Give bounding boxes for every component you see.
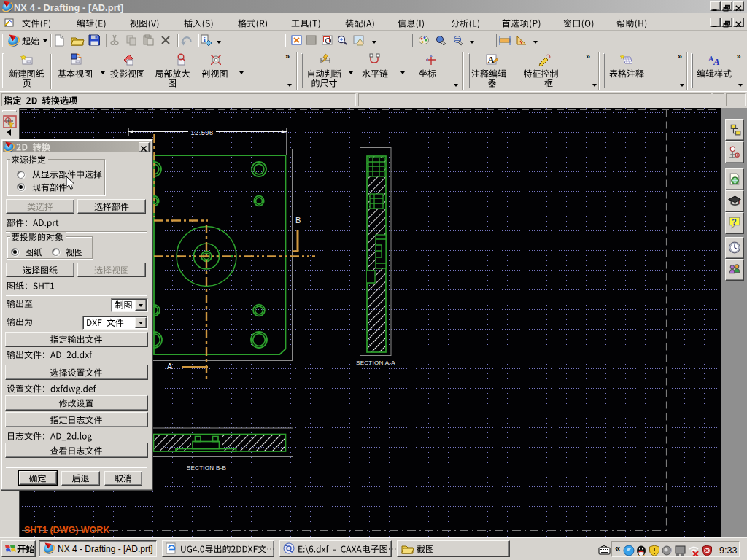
svg-text:SECTION A-A: SECTION A-A xyxy=(356,359,395,366)
svg-text:A: A xyxy=(713,56,720,66)
svg-text:SHT1 (DWG) WORK: SHT1 (DWG) WORK xyxy=(24,525,109,535)
svg-text:12.598: 12.598 xyxy=(190,129,213,136)
svg-text:A: A xyxy=(488,55,495,65)
svg-text:?: ? xyxy=(732,217,736,226)
svg-text:SECTION B-B: SECTION B-B xyxy=(187,464,226,471)
svg-text:B: B xyxy=(295,216,301,225)
svg-text:A: A xyxy=(167,362,173,370)
